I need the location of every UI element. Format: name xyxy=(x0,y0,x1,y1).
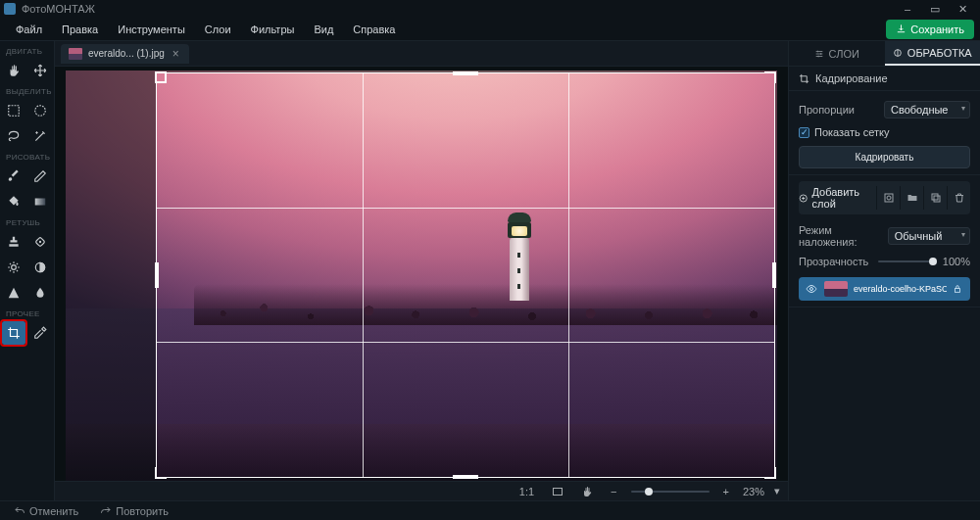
layer-visibility-toggle[interactable] xyxy=(805,282,818,296)
folder-icon xyxy=(906,192,918,204)
rect-select-tool[interactable] xyxy=(2,99,25,122)
menu-edit[interactable]: Правка xyxy=(52,22,108,37)
tool-section-select: ВЫДЕЛИТЬ xyxy=(0,83,54,98)
add-layer-button[interactable]: Добавить слой xyxy=(799,181,876,214)
hand-icon xyxy=(581,486,593,497)
tab-label: everaldo... (1).jpg xyxy=(88,48,165,59)
proportions-select[interactable]: Свободные xyxy=(884,101,970,118)
undo-button[interactable]: Отменить xyxy=(8,504,84,518)
crop-apply-button[interactable]: Кадрировать xyxy=(799,146,970,168)
menubar: Файл Правка Инструменты Слои Фильтры Вид… xyxy=(0,18,980,41)
document-tab[interactable]: everaldo... (1).jpg × xyxy=(61,44,189,64)
tab-close-button[interactable]: × xyxy=(171,47,181,61)
titlebar: ФотоМОНТАЖ – ▭ ✕ xyxy=(0,0,980,18)
fill-tool[interactable] xyxy=(2,190,25,213)
photo-image xyxy=(66,71,777,482)
crop-icon xyxy=(7,326,21,340)
crop-tool[interactable] xyxy=(2,321,25,345)
blur-tool[interactable] xyxy=(29,281,53,305)
tool-section-retouch: РЕТУШЬ xyxy=(0,214,54,229)
svg-point-14 xyxy=(810,288,813,291)
menu-view[interactable]: Вид xyxy=(304,22,343,37)
tabbar: everaldo... (1).jpg × xyxy=(55,41,788,67)
magic-wand-tool[interactable] xyxy=(29,124,53,148)
opacity-value: 100% xyxy=(943,256,970,267)
checkbox-icon xyxy=(799,127,809,138)
svg-point-1 xyxy=(35,106,46,117)
hand-tool[interactable] xyxy=(2,59,25,82)
minimize-button[interactable]: – xyxy=(894,1,921,17)
opacity-label: Прозрачность xyxy=(799,256,868,267)
zoom-ratio-button[interactable]: 1:1 xyxy=(515,485,538,498)
sliders-icon xyxy=(814,49,824,59)
layer-lock-button[interactable] xyxy=(953,284,964,294)
contrast-icon xyxy=(33,260,47,274)
tab-processing[interactable]: ОБРАБОТКА xyxy=(885,41,981,66)
layer-item[interactable]: everaldo-coelho-KPaSCpklCZw xyxy=(799,277,970,301)
sharpen-tool[interactable] xyxy=(2,281,25,305)
svg-rect-0 xyxy=(9,106,20,117)
maximize-button[interactable]: ▭ xyxy=(921,1,949,17)
opacity-slider[interactable] xyxy=(878,260,937,262)
close-window-button[interactable]: ✕ xyxy=(949,1,976,17)
zoom-value: 23% xyxy=(743,486,764,497)
blend-mode-select[interactable]: Обычный xyxy=(888,227,970,245)
wand-icon xyxy=(33,129,47,143)
canvas-area[interactable] xyxy=(55,67,788,481)
ellipse-icon xyxy=(33,104,47,118)
saturation-tool[interactable] xyxy=(29,256,53,279)
brightness-tool[interactable] xyxy=(2,256,25,279)
canvas[interactable] xyxy=(66,71,777,482)
eyedropper-tool[interactable] xyxy=(29,321,53,345)
fit-screen-button[interactable] xyxy=(548,485,567,498)
triangle-icon xyxy=(7,286,21,300)
brush-icon xyxy=(7,169,21,183)
menu-help[interactable]: Справка xyxy=(343,22,405,37)
layer-thumbnail xyxy=(824,281,848,297)
svg-point-4 xyxy=(40,241,41,242)
undo-icon xyxy=(14,505,25,517)
sun-icon xyxy=(7,260,21,274)
ellipse-select-tool[interactable] xyxy=(29,99,53,122)
adjust-icon xyxy=(893,48,903,58)
center-area: everaldo... (1).jpg × xyxy=(55,41,788,500)
svg-rect-10 xyxy=(885,194,893,202)
heal-tool[interactable] xyxy=(29,230,53,254)
lasso-tool[interactable] xyxy=(2,124,25,148)
layer-mask-button[interactable] xyxy=(876,186,900,210)
zoom-slider[interactable] xyxy=(631,491,710,493)
menu-tools[interactable]: Инструменты xyxy=(108,22,195,37)
hand-pan-button[interactable] xyxy=(577,485,597,498)
crop-header: Кадрирование xyxy=(815,72,888,84)
layer-delete-button[interactable] xyxy=(947,186,970,210)
zoom-in-button[interactable]: + xyxy=(719,485,733,498)
svg-rect-2 xyxy=(35,199,46,206)
zoom-out-button[interactable]: − xyxy=(607,485,620,498)
move-tool[interactable] xyxy=(29,59,53,82)
svg-point-5 xyxy=(11,265,16,270)
menu-layers[interactable]: Слои xyxy=(195,22,241,37)
save-button[interactable]: Сохранить xyxy=(886,20,974,39)
zoom-dropdown[interactable]: ▾ xyxy=(774,485,780,497)
bottombar: Отменить Повторить xyxy=(0,500,980,520)
clone-stamp-tool[interactable] xyxy=(2,230,25,254)
redo-button[interactable]: Повторить xyxy=(94,504,174,518)
tool-section-other: ПРОЧЕЕ xyxy=(0,306,54,320)
layer-folder-button[interactable] xyxy=(900,186,923,210)
layer-name: everaldo-coelho-KPaSCpklCZw xyxy=(854,284,947,294)
show-grid-checkbox[interactable]: Показать сетку xyxy=(799,122,970,140)
menu-file[interactable]: Файл xyxy=(6,22,52,37)
tab-layers[interactable]: СЛОИ xyxy=(789,41,885,66)
rect-icon xyxy=(7,104,21,118)
svg-rect-12 xyxy=(934,196,940,202)
pencil-tool[interactable] xyxy=(29,165,53,188)
drop-icon xyxy=(33,286,47,300)
toolbar: ДВИГАТЬ ВЫДЕЛИТЬ РИСОВАТЬ РЕТУШЬ xyxy=(0,41,55,500)
stamp-icon xyxy=(7,235,21,249)
menu-filters[interactable]: Фильтры xyxy=(241,22,305,37)
layer-duplicate-button[interactable] xyxy=(923,186,947,210)
gradient-tool[interactable] xyxy=(29,190,53,213)
brush-tool[interactable] xyxy=(2,165,25,188)
redo-icon xyxy=(100,505,112,517)
plus-circle-icon xyxy=(799,193,808,204)
